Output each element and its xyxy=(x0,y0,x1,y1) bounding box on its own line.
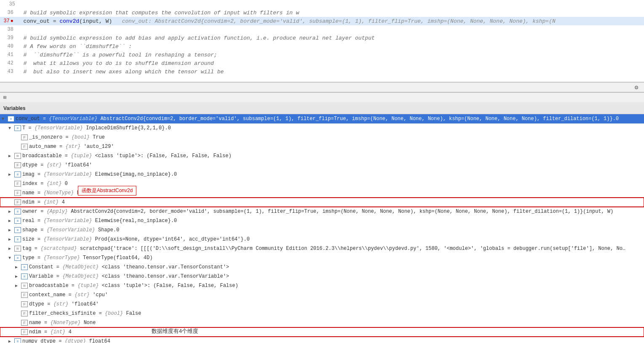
icon-broadcastable: ≋ xyxy=(14,153,21,159)
var-row-name2[interactable]: F name = {NoneType} None xyxy=(0,318,644,327)
icon-owner: ≡ xyxy=(14,209,21,214)
code-line-40: 40 # A few words on ``dimshuffle`` : xyxy=(0,42,644,51)
var-row-tag[interactable]: ≋ tag = {scratchpad} scratchpad{'trace':… xyxy=(0,244,644,253)
var-row-owner[interactable]: ≡ owner = {Apply} AbstractConv2d{convdim… xyxy=(0,207,644,216)
var-row-variable[interactable]: ≡ Variable = {MetaObject} <class 'theano… xyxy=(0,272,644,281)
line-content-42: # what it allows you to do is to shuffle… xyxy=(17,60,644,67)
var-row-is-nonzero[interactable]: F _is_nonzero = {bool} True xyxy=(0,133,644,142)
line-number-37: 37● xyxy=(0,18,17,24)
expand-conv-out[interactable] xyxy=(2,117,8,121)
line-number-35: 35 xyxy=(2,1,19,7)
line-number-36: 36 xyxy=(0,10,17,16)
var-row-filter-checks[interactable]: F filter_checks_isfinite = {bool} False xyxy=(0,309,644,318)
var-row-constant[interactable]: ≡ Constant = {MetaObject} <class 'theano… xyxy=(0,263,644,272)
icon-type: ≡ xyxy=(14,255,21,261)
code-editor: 35 36 # build symbolic expression that c… xyxy=(0,0,644,82)
var-row-numpy-dtype[interactable]: ≡ numpy_dtype = {dtype} float64 xyxy=(0,337,644,343)
icon-imag: ≡ xyxy=(14,172,21,177)
var-row-dtype[interactable]: F dtype = {str} 'float64' xyxy=(0,161,644,170)
expand-type[interactable] xyxy=(8,256,14,260)
var-row-ndim[interactable]: F ndim = {int} 4 xyxy=(0,198,644,207)
code-line-39: 39 # build symbolic expression to add bi… xyxy=(0,34,644,42)
var-row-shape[interactable]: ≡ shape = {TensorVariable} Shape.0 xyxy=(0,225,644,235)
line-content-39: # build symbolic expression to add bias … xyxy=(17,35,644,41)
icon-broadcastable2: ≋ xyxy=(21,283,28,289)
expand-real[interactable] xyxy=(8,218,14,223)
icon-context-name: F xyxy=(21,292,28,298)
icon-dtype2: F xyxy=(21,301,28,307)
icon-T: ≡ xyxy=(14,125,21,131)
icon-shape: ≡ xyxy=(14,227,21,233)
icon-size: ≡ xyxy=(14,236,21,242)
var-row-broadcastable2[interactable]: ≋ broadcastable = {tuple} <class 'tuple'… xyxy=(0,281,644,290)
var-row-ndim2[interactable]: F ndim = {int} 4 数据维度有4个维度 xyxy=(0,327,644,337)
icon-variable: ≡ xyxy=(21,273,28,279)
line-content-37: conv_out = conv2d(input, W) conv_out: Ab… xyxy=(17,18,644,24)
icon-constant: ≡ xyxy=(21,264,28,270)
variables-rows-container: ≡ conv_out = {TensorVariable} AbstractCo… xyxy=(0,114,644,343)
line-number-38: 38 xyxy=(0,27,17,32)
var-row-imag[interactable]: ≡ imag = {TensorVariable} Elemwise{imag,… xyxy=(0,170,644,179)
expand-T[interactable] xyxy=(8,126,14,131)
icon-index: F xyxy=(14,181,21,187)
variables-panel: ⊞ Variables 函数是AbstractConv2d ≡ conv_out… xyxy=(0,92,644,343)
annotation-label-abstractconv2d: 函数是AbstractConv2d xyxy=(78,186,136,196)
icon-ndim2: F xyxy=(21,329,28,335)
icon-conv-out: ≡ xyxy=(8,116,14,122)
variables-panel-header: Variables 函数是AbstractConv2d xyxy=(0,102,644,114)
grid-icon: ⊞ xyxy=(3,94,6,101)
icon-numpy-dtype: ≡ xyxy=(14,338,21,343)
var-row-auto-name[interactable]: F auto_name = {str} 'auto_129' xyxy=(0,142,644,151)
line-number-42: 42 xyxy=(0,60,17,66)
line-content-40: # A few words on ``dimshuffle`` : xyxy=(17,43,644,50)
annotation-note-ndim: 数据维度有4个维度 xyxy=(152,327,198,335)
line-content-43: # but also to insert new axes along whic… xyxy=(17,69,644,75)
gear-settings-button[interactable]: ⚙ xyxy=(632,83,641,91)
expand-broadcastable2[interactable] xyxy=(15,283,21,288)
var-row-T[interactable]: ≡ T = {TensorVariable} InplaceDimShuffle… xyxy=(0,123,644,133)
line-number-39: 39 xyxy=(0,35,17,41)
expand-tag[interactable] xyxy=(8,246,14,251)
toolbar-strip: ⚙ xyxy=(0,82,644,92)
var-row-dtype2[interactable]: F dtype = {str} 'float64' xyxy=(0,300,644,309)
var-row-type[interactable]: ≡ type = {TensorType} TensorType(float64… xyxy=(0,253,644,263)
expand-imag[interactable] xyxy=(8,172,14,177)
code-line-41: 41 # ``dimshuffle`` is a powerful tool i… xyxy=(0,51,644,59)
code-line-36: 36 # build symbolic expression that comp… xyxy=(0,8,644,17)
icon-name: F xyxy=(14,190,21,196)
var-row-real[interactable]: ≡ real = {TensorVariable} Elemwise{real,… xyxy=(0,216,644,225)
var-row-conv-out[interactable]: ≡ conv_out = {TensorVariable} AbstractCo… xyxy=(0,114,644,123)
line-content-36: # build symbolic expression that compute… xyxy=(17,10,644,16)
icon-name2: F xyxy=(21,320,28,326)
code-line-38: 38 xyxy=(0,25,644,34)
icon-tag: ≋ xyxy=(14,246,21,252)
line-number-43: 43 xyxy=(0,69,17,75)
line-content-41: # ``dimshuffle`` is a powerful tool in r… xyxy=(17,52,644,58)
icon-real: ≡ xyxy=(14,218,21,224)
expand-shape[interactable] xyxy=(8,228,14,233)
bottom-icon-bar: ⊞ xyxy=(0,92,644,102)
expand-numpy-dtype[interactable] xyxy=(8,339,14,343)
icon-dtype: F xyxy=(14,162,21,168)
expand-owner[interactable] xyxy=(8,209,14,214)
app-container: 35 36 # build symbolic expression that c… xyxy=(0,0,644,343)
var-row-size[interactable]: ≡ size = {TensorVariable} Prod{axis=None… xyxy=(0,235,644,244)
code-line-42: 42 # what it allows you to do is to shuf… xyxy=(0,59,644,67)
expand-broadcastable[interactable] xyxy=(8,153,14,158)
code-line-43: 43 # but also to insert new axes along w… xyxy=(0,67,644,76)
icon-auto-name: F xyxy=(21,144,28,150)
icon-filter-checks: F xyxy=(21,311,28,316)
variables-header-label: Variables xyxy=(3,105,26,111)
expand-variable[interactable] xyxy=(15,274,21,279)
code-line-35: 35 xyxy=(0,0,644,8)
expand-size[interactable] xyxy=(8,237,14,242)
icon-ndim: F xyxy=(14,199,21,205)
code-line-37: 37● conv_out = conv2d(input, W) conv_out… xyxy=(0,17,644,25)
icon-is-nonzero: F xyxy=(21,134,28,140)
var-row-context-name[interactable]: F context_name = {str} 'cpu' xyxy=(0,290,644,300)
var-row-broadcastable[interactable]: ≋ broadcastable = {tuple} <class 'tuple'… xyxy=(0,151,644,161)
line-number-40: 40 xyxy=(0,43,17,49)
expand-constant[interactable] xyxy=(15,265,21,270)
line-number-41: 41 xyxy=(0,52,17,58)
